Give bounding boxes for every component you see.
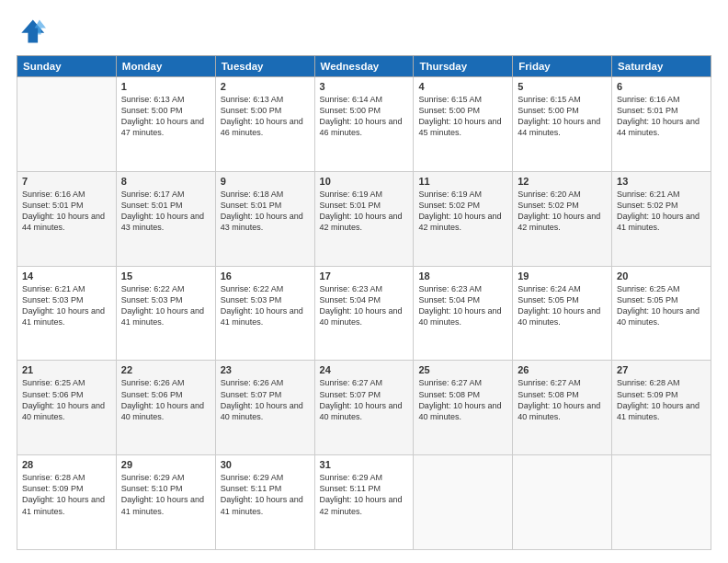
cell-details: Sunrise: 6:18 AM Sunset: 5:01 PM Dayligh… <box>221 189 310 234</box>
calendar-cell: 22Sunrise: 6:26 AM Sunset: 5:06 PM Dayli… <box>116 361 215 455</box>
cell-details: Sunrise: 6:22 AM Sunset: 5:03 PM Dayligh… <box>121 283 210 328</box>
calendar-header-friday: Friday <box>513 56 612 77</box>
calendar-table: SundayMondayTuesdayWednesdayThursdayFrid… <box>17 55 711 550</box>
cell-details: Sunrise: 6:19 AM Sunset: 5:02 PM Dayligh… <box>418 189 507 234</box>
calendar-header-saturday: Saturday <box>612 56 711 77</box>
cell-details: Sunrise: 6:29 AM Sunset: 5:11 PM Dayligh… <box>320 472 409 517</box>
day-number: 15 <box>121 270 210 282</box>
day-number: 12 <box>518 176 607 187</box>
calendar-cell: 10Sunrise: 6:19 AM Sunset: 5:01 PM Dayli… <box>314 171 414 266</box>
cell-details: Sunrise: 6:24 AM Sunset: 5:05 PM Dayligh… <box>518 283 607 328</box>
day-number: 31 <box>320 459 409 470</box>
page: SundayMondayTuesdayWednesdayThursdayFrid… <box>0 0 728 563</box>
cell-details: Sunrise: 6:22 AM Sunset: 5:03 PM Dayligh… <box>221 283 310 328</box>
day-number: 30 <box>221 459 310 470</box>
cell-details: Sunrise: 6:15 AM Sunset: 5:00 PM Dayligh… <box>418 94 507 139</box>
calendar-cell: 4Sunrise: 6:15 AM Sunset: 5:00 PM Daylig… <box>414 77 513 172</box>
calendar-cell: 14Sunrise: 6:21 AM Sunset: 5:03 PM Dayli… <box>17 266 117 361</box>
calendar-cell: 31Sunrise: 6:29 AM Sunset: 5:11 PM Dayli… <box>314 455 414 550</box>
cell-details: Sunrise: 6:21 AM Sunset: 5:02 PM Dayligh… <box>617 189 706 234</box>
calendar-cell: 18Sunrise: 6:23 AM Sunset: 5:04 PM Dayli… <box>414 266 513 361</box>
day-number: 3 <box>320 81 409 92</box>
calendar-cell: 23Sunrise: 6:26 AM Sunset: 5:07 PM Dayli… <box>215 361 314 455</box>
day-number: 6 <box>617 81 706 92</box>
calendar-cell: 15Sunrise: 6:22 AM Sunset: 5:03 PM Dayli… <box>116 266 215 361</box>
calendar-header-wednesday: Wednesday <box>314 56 414 77</box>
cell-details: Sunrise: 6:15 AM Sunset: 5:00 PM Dayligh… <box>518 94 607 139</box>
calendar-cell: 1Sunrise: 6:13 AM Sunset: 5:00 PM Daylig… <box>116 77 215 172</box>
calendar-cell: 25Sunrise: 6:27 AM Sunset: 5:08 PM Dayli… <box>414 361 513 455</box>
calendar-cell <box>17 77 117 172</box>
cell-details: Sunrise: 6:26 AM Sunset: 5:07 PM Dayligh… <box>221 377 310 422</box>
calendar-cell: 9Sunrise: 6:18 AM Sunset: 5:01 PM Daylig… <box>215 171 314 266</box>
calendar-cell <box>414 455 513 550</box>
calendar-cell: 11Sunrise: 6:19 AM Sunset: 5:02 PM Dayli… <box>414 171 513 266</box>
day-number: 8 <box>121 176 210 187</box>
cell-details: Sunrise: 6:13 AM Sunset: 5:00 PM Dayligh… <box>221 94 310 139</box>
day-number: 4 <box>418 81 507 92</box>
calendar-header-sunday: Sunday <box>17 56 117 77</box>
day-number: 7 <box>22 176 111 187</box>
day-number: 19 <box>518 270 607 282</box>
calendar-cell <box>612 455 711 550</box>
calendar-cell: 21Sunrise: 6:25 AM Sunset: 5:06 PM Dayli… <box>17 361 117 455</box>
day-number: 26 <box>518 364 607 375</box>
calendar-cell: 2Sunrise: 6:13 AM Sunset: 5:00 PM Daylig… <box>215 77 314 172</box>
day-number: 20 <box>617 270 706 282</box>
cell-details: Sunrise: 6:20 AM Sunset: 5:02 PM Dayligh… <box>518 189 607 234</box>
cell-details: Sunrise: 6:23 AM Sunset: 5:04 PM Dayligh… <box>418 283 507 328</box>
day-number: 24 <box>320 364 409 375</box>
cell-details: Sunrise: 6:21 AM Sunset: 5:03 PM Dayligh… <box>22 283 111 328</box>
cell-details: Sunrise: 6:16 AM Sunset: 5:01 PM Dayligh… <box>22 189 111 234</box>
calendar-header-monday: Monday <box>116 56 215 77</box>
cell-details: Sunrise: 6:25 AM Sunset: 5:06 PM Dayligh… <box>22 377 111 422</box>
day-number: 29 <box>121 459 210 470</box>
cell-details: Sunrise: 6:27 AM Sunset: 5:08 PM Dayligh… <box>518 377 607 422</box>
calendar-row: 14Sunrise: 6:21 AM Sunset: 5:03 PM Dayli… <box>17 266 711 361</box>
cell-details: Sunrise: 6:29 AM Sunset: 5:10 PM Dayligh… <box>121 472 210 517</box>
day-number: 10 <box>320 176 409 187</box>
cell-details: Sunrise: 6:14 AM Sunset: 5:00 PM Dayligh… <box>320 94 409 139</box>
day-number: 2 <box>221 81 310 92</box>
cell-details: Sunrise: 6:28 AM Sunset: 5:09 PM Dayligh… <box>22 472 111 517</box>
calendar-cell: 30Sunrise: 6:29 AM Sunset: 5:11 PM Dayli… <box>215 455 314 550</box>
cell-details: Sunrise: 6:29 AM Sunset: 5:11 PM Dayligh… <box>221 472 310 517</box>
day-number: 21 <box>22 364 111 375</box>
calendar-cell: 16Sunrise: 6:22 AM Sunset: 5:03 PM Dayli… <box>215 266 314 361</box>
cell-details: Sunrise: 6:27 AM Sunset: 5:08 PM Dayligh… <box>418 377 507 422</box>
day-number: 25 <box>418 364 507 375</box>
calendar-cell: 27Sunrise: 6:28 AM Sunset: 5:09 PM Dayli… <box>612 361 711 455</box>
cell-details: Sunrise: 6:27 AM Sunset: 5:07 PM Dayligh… <box>320 377 409 422</box>
day-number: 18 <box>418 270 507 282</box>
calendar-cell: 13Sunrise: 6:21 AM Sunset: 5:02 PM Dayli… <box>612 171 711 266</box>
calendar-cell: 24Sunrise: 6:27 AM Sunset: 5:07 PM Dayli… <box>314 361 414 455</box>
logo-icon <box>17 17 46 46</box>
day-number: 5 <box>518 81 607 92</box>
calendar-cell: 26Sunrise: 6:27 AM Sunset: 5:08 PM Dayli… <box>513 361 612 455</box>
calendar-cell: 7Sunrise: 6:16 AM Sunset: 5:01 PM Daylig… <box>17 171 117 266</box>
calendar-cell: 28Sunrise: 6:28 AM Sunset: 5:09 PM Dayli… <box>17 455 117 550</box>
day-number: 23 <box>221 364 310 375</box>
cell-details: Sunrise: 6:19 AM Sunset: 5:01 PM Dayligh… <box>320 189 409 234</box>
cell-details: Sunrise: 6:25 AM Sunset: 5:05 PM Dayligh… <box>617 283 706 328</box>
day-number: 22 <box>121 364 210 375</box>
logo <box>17 17 50 46</box>
calendar-row: 21Sunrise: 6:25 AM Sunset: 5:06 PM Dayli… <box>17 361 711 455</box>
calendar-cell: 29Sunrise: 6:29 AM Sunset: 5:10 PM Dayli… <box>116 455 215 550</box>
calendar-cell: 20Sunrise: 6:25 AM Sunset: 5:05 PM Dayli… <box>612 266 711 361</box>
cell-details: Sunrise: 6:16 AM Sunset: 5:01 PM Dayligh… <box>617 94 706 139</box>
day-number: 17 <box>320 270 409 282</box>
cell-details: Sunrise: 6:17 AM Sunset: 5:01 PM Dayligh… <box>121 189 210 234</box>
day-number: 1 <box>121 81 210 92</box>
header <box>17 17 711 46</box>
calendar-cell <box>513 455 612 550</box>
day-number: 9 <box>221 176 310 187</box>
calendar-cell: 3Sunrise: 6:14 AM Sunset: 5:00 PM Daylig… <box>314 77 414 172</box>
cell-details: Sunrise: 6:26 AM Sunset: 5:06 PM Dayligh… <box>121 377 210 422</box>
day-number: 14 <box>22 270 111 282</box>
calendar-row: 7Sunrise: 6:16 AM Sunset: 5:01 PM Daylig… <box>17 171 711 266</box>
cell-details: Sunrise: 6:28 AM Sunset: 5:09 PM Dayligh… <box>617 377 706 422</box>
day-number: 28 <box>22 459 111 470</box>
calendar-row: 1Sunrise: 6:13 AM Sunset: 5:00 PM Daylig… <box>17 77 711 172</box>
calendar-cell: 6Sunrise: 6:16 AM Sunset: 5:01 PM Daylig… <box>612 77 711 172</box>
